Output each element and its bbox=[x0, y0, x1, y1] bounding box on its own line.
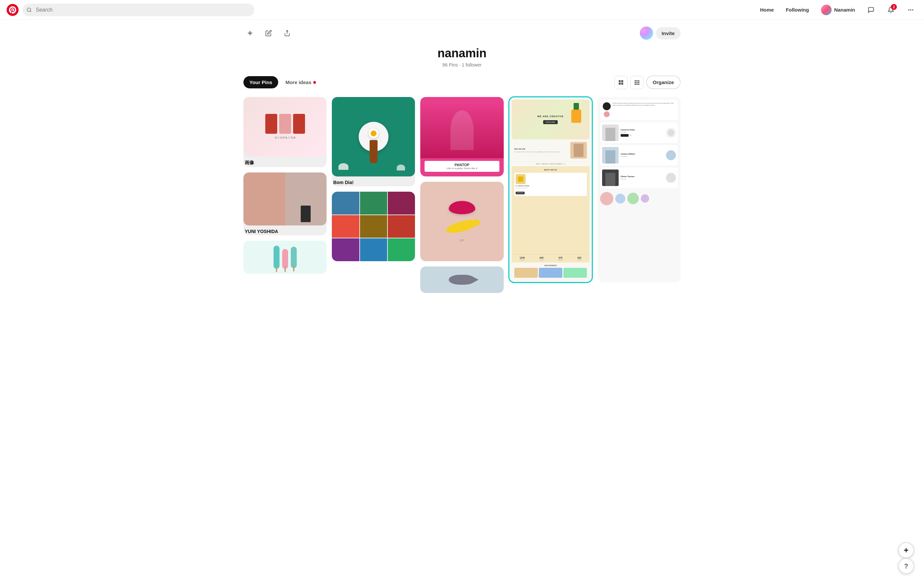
pins-grid: セシルのもくろみ 画像 YUNI YOSHIDA bbox=[243, 97, 681, 293]
svg-rect-10 bbox=[636, 80, 638, 81]
svg-rect-17 bbox=[638, 83, 639, 85]
svg-rect-8 bbox=[621, 83, 623, 84]
invite-avatar bbox=[640, 26, 653, 40]
svg-rect-6 bbox=[621, 80, 623, 82]
svg-rect-11 bbox=[638, 80, 639, 81]
pin-website-mockup[interactable]: WE ARE CREATIVE EXPLORE WHO WE ARE Lorem… bbox=[509, 97, 592, 283]
header-nav: Home Following Nanamin 2 bbox=[757, 3, 917, 16]
pin-heels-grid[interactable] bbox=[332, 192, 415, 261]
page-content: Invite nanamin 96 Pins · 1 follower Your… bbox=[230, 20, 694, 300]
more-options-button[interactable] bbox=[904, 3, 917, 16]
username-label: Nanamin bbox=[834, 7, 855, 13]
share-board-button[interactable] bbox=[280, 26, 294, 40]
svg-rect-14 bbox=[638, 82, 639, 83]
search-icon bbox=[26, 7, 32, 13]
svg-rect-13 bbox=[636, 82, 638, 83]
view-controls: Organize bbox=[614, 75, 681, 89]
board-title: nanamin bbox=[243, 46, 681, 60]
board-title-section: nanamin 96 Pins · 1 follower bbox=[243, 46, 681, 68]
tab-your-pins[interactable]: Your Pins bbox=[243, 76, 278, 88]
search-bar bbox=[23, 4, 254, 16]
svg-rect-16 bbox=[636, 83, 638, 85]
masonry-col-3: WE ARE CREATIVE EXPLORE WHO WE ARE Lorem… bbox=[509, 97, 592, 283]
svg-rect-15 bbox=[634, 83, 636, 85]
grid-view-button[interactable] bbox=[614, 76, 628, 89]
home-link[interactable]: Home bbox=[757, 5, 777, 15]
svg-point-0 bbox=[27, 8, 31, 11]
avatar bbox=[821, 5, 831, 15]
organize-button[interactable]: Organize bbox=[646, 75, 681, 89]
board-actions: Invite bbox=[243, 26, 681, 40]
board-meta: 96 Pins · 1 follower bbox=[243, 62, 681, 68]
masonry-col-1: Bom Dia! bbox=[332, 97, 415, 261]
more-ideas-dot bbox=[313, 81, 316, 84]
notification-badge: 2 bbox=[891, 4, 897, 10]
tab-bar: Your Pins More ideas Organize bbox=[243, 75, 681, 89]
search-input[interactable] bbox=[23, 4, 254, 16]
svg-rect-12 bbox=[634, 82, 636, 83]
masonry-col-4: Perfecta offers free high-resolution pic… bbox=[597, 97, 681, 283]
notifications-button[interactable]: 2 bbox=[884, 3, 898, 16]
svg-rect-7 bbox=[619, 83, 621, 84]
list-view-button[interactable] bbox=[630, 76, 644, 89]
masonry-col-0: セシルのもくろみ 画像 YUNI YOSHIDA bbox=[243, 97, 327, 274]
pin-lips-candy[interactable]: GP bbox=[420, 182, 503, 261]
pin-pantone-fashion[interactable]: PANTOP Life is a party. Dress like it bbox=[420, 97, 503, 177]
invite-button[interactable]: Invite bbox=[656, 27, 681, 39]
tab-more-ideas[interactable]: More ideas bbox=[280, 76, 322, 88]
svg-rect-9 bbox=[634, 80, 636, 81]
masonry-col-2: PANTOP Life is a party. Dress like it bbox=[420, 97, 503, 293]
svg-point-3 bbox=[912, 9, 913, 10]
messages-button[interactable] bbox=[864, 3, 878, 16]
svg-point-2 bbox=[910, 9, 911, 10]
pin-bom-dia[interactable]: Bom Dia! bbox=[332, 97, 415, 187]
tabs: Your Pins More ideas bbox=[243, 76, 322, 88]
pin-fish[interactable] bbox=[420, 266, 503, 293]
pin-popsicles[interactable] bbox=[243, 241, 327, 274]
header: Home Following Nanamin 2 bbox=[0, 0, 924, 20]
add-pin-button[interactable] bbox=[243, 26, 257, 40]
pin-design-portfolio[interactable]: Perfecta offers free high-resolution pic… bbox=[597, 97, 681, 283]
pin-yuni-yoshida[interactable]: YUNI YOSHIDA bbox=[243, 172, 327, 235]
edit-board-button[interactable] bbox=[262, 26, 275, 40]
following-link[interactable]: Following bbox=[783, 5, 812, 15]
svg-point-1 bbox=[908, 9, 909, 10]
svg-rect-5 bbox=[619, 80, 621, 82]
user-info[interactable]: Nanamin bbox=[818, 3, 858, 16]
invite-section: Invite bbox=[640, 26, 681, 40]
pin-japanese-fashion[interactable]: セシルのもくろみ 画像 bbox=[243, 97, 327, 167]
pinterest-logo[interactable] bbox=[7, 4, 18, 16]
